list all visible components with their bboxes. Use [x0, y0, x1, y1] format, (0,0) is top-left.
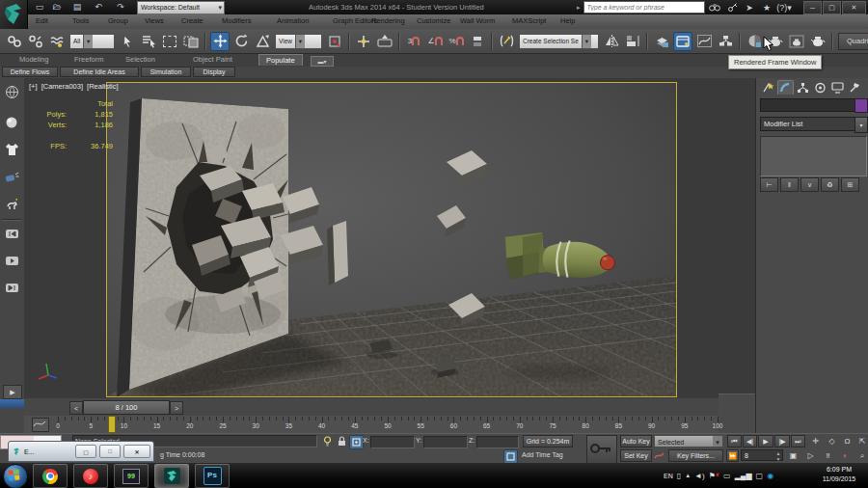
keyboard-icon[interactable]: ▯	[677, 472, 681, 480]
clip-play-icon[interactable]	[3, 252, 20, 269]
modifier-stack[interactable]	[760, 136, 867, 176]
close-button[interactable]: ✕	[842, 1, 866, 14]
absolute-mode-icon[interactable]	[349, 435, 364, 449]
object-color-swatch[interactable]	[854, 98, 868, 113]
align-icon[interactable]	[623, 32, 642, 51]
select-and-rotate-icon[interactable]	[231, 32, 251, 51]
timeline-ruler[interactable]: 0510152025303540455055606570758085909510…	[58, 416, 718, 433]
volume-icon[interactable]: ◄)	[694, 472, 705, 480]
scene-canvas[interactable]	[107, 83, 676, 396]
tab-create[interactable]	[760, 80, 776, 95]
viewport-shading-mode[interactable]: [Realistic]	[87, 82, 119, 91]
maximize-button[interactable]: ▢	[823, 1, 841, 14]
manage-layers-icon[interactable]	[652, 32, 671, 51]
select-and-move-icon[interactable]	[210, 32, 230, 51]
walk-through-icon[interactable]: ‼	[822, 449, 834, 462]
show-hidden-icons[interactable]: ▲	[685, 473, 691, 478]
save-file-icon[interactable]: ▤	[70, 2, 84, 13]
reference-coordinate-dropdown[interactable]: View▾	[275, 34, 322, 49]
ribbon-subtab-define-flows[interactable]: Define Flows	[2, 67, 58, 77]
3ds-max-app-button[interactable]	[0, 0, 28, 29]
menu-views[interactable]: Views	[145, 16, 164, 25]
tab-display[interactable]	[829, 80, 846, 95]
browser-circle-icon[interactable]: ◉	[767, 472, 773, 480]
menu-help[interactable]: Help	[560, 16, 575, 25]
open-file-icon[interactable]: 🗁	[50, 2, 64, 13]
workspace-dropdown[interactable]: Workspace: Default ▾	[137, 1, 225, 14]
camera-viewport[interactable]: [+] [Camera003] [Realistic] Total Polys:…	[24, 78, 755, 398]
language-indicator[interactable]: EN	[664, 473, 673, 479]
ribbon-tab-freeform[interactable]: Freeform	[74, 55, 103, 64]
auto-key-button[interactable]: Auto Key	[620, 435, 652, 447]
orbit-camera-icon[interactable]: Ω	[841, 435, 854, 447]
render-globe-icon[interactable]	[3, 83, 20, 100]
help-icon[interactable]: (?)▾	[777, 2, 792, 14]
clip-start-icon[interactable]	[3, 225, 20, 242]
new-file-icon[interactable]: ▭	[33, 2, 46, 13]
current-frame-marker[interactable]	[108, 416, 116, 433]
show-end-result-icon[interactable]: ‖	[780, 177, 799, 192]
schematic-view-icon[interactable]	[716, 32, 735, 51]
z-coordinate-field[interactable]	[476, 436, 519, 448]
menu-animation[interactable]: Animation	[277, 16, 309, 25]
selection-lock-icon[interactable]	[336, 435, 348, 447]
remove-modifier-icon[interactable]: ♻	[821, 177, 839, 192]
left-toolbar-play-button[interactable]: ▶	[3, 385, 22, 399]
minimize-button[interactable]: ─	[803, 1, 822, 14]
start-button[interactable]	[3, 464, 28, 488]
isolate-bulb-icon[interactable]	[321, 435, 334, 447]
make-unique-icon[interactable]: ∨	[800, 177, 819, 192]
taskbar-clock[interactable]: 6:09 PM 11/09/2015	[813, 465, 865, 484]
ribbon-subtab-simulation[interactable]: Simulation	[141, 67, 191, 77]
y-coordinate-field[interactable]	[423, 436, 468, 448]
snaps-toggle-icon[interactable]: 3	[404, 32, 423, 51]
configure-modifier-sets-icon[interactable]: ⊞	[841, 177, 859, 192]
set-key-button[interactable]: Set Key	[620, 449, 652, 462]
mini-curve-editor-icon[interactable]	[32, 418, 49, 432]
material-editor-icon[interactable]	[745, 32, 764, 51]
redo-icon[interactable]: ↷	[114, 2, 127, 13]
selected-arrow-icon[interactable]: ▷	[804, 449, 817, 462]
rendered-frame-window-icon[interactable]	[787, 32, 806, 51]
next-frame-button[interactable]: >	[170, 401, 183, 415]
tab-hierarchy[interactable]	[795, 80, 811, 95]
bind-to-space-warp-icon[interactable]	[47, 32, 67, 51]
x-coordinate-field[interactable]	[370, 436, 415, 448]
display-icon[interactable]: ▢	[756, 472, 764, 480]
time-tag-icon[interactable]	[503, 449, 518, 464]
clip-end-icon[interactable]	[3, 279, 20, 296]
cloth-shirt-icon[interactable]	[3, 141, 20, 158]
menu-rendering[interactable]: Rendering	[371, 16, 405, 25]
field-of-view-icon[interactable]: ◇	[826, 435, 838, 447]
taskbar-chrome[interactable]	[33, 464, 68, 488]
pin-stack-icon[interactable]: ⊢	[760, 177, 778, 192]
ribbon-subtab-define-idle-areas[interactable]: Define Idle Areas	[60, 67, 139, 77]
viewport-camera-name[interactable]: [Camera003]	[41, 82, 83, 91]
select-object-icon[interactable]	[118, 32, 137, 51]
ribbon-subtab-display[interactable]: Display	[193, 67, 235, 77]
spinner-arrows[interactable]: ▲▼	[774, 450, 782, 462]
menu-customize[interactable]: Customize	[417, 16, 450, 25]
exchange-arrow-icon[interactable]: ➤	[743, 2, 757, 14]
set-keys-button[interactable]	[586, 435, 617, 464]
select-and-manipulate-icon[interactable]	[354, 32, 373, 51]
power-icon[interactable]: ▭	[723, 472, 731, 480]
key-step-toggle[interactable]: ⏩	[726, 449, 739, 462]
add-time-tag-label[interactable]: Add Time Tag	[522, 451, 563, 458]
angle-snap-toggle-icon[interactable]: ∠	[425, 32, 445, 51]
spinner-snap-toggle-icon[interactable]	[468, 32, 487, 51]
menu-create[interactable]: Create	[181, 16, 203, 25]
select-and-scale-icon[interactable]	[253, 32, 272, 51]
search-expand-icon[interactable]: ▸	[577, 4, 581, 12]
go-to-end-button[interactable]: ⏭	[791, 435, 805, 447]
left-toolbar-scroll-strip[interactable]	[0, 399, 24, 408]
key-filters-button[interactable]: Key Filters...	[668, 449, 723, 462]
search-binoculars-icon[interactable]	[708, 2, 722, 14]
communication-key-icon[interactable]	[725, 2, 740, 14]
taskbar-itunes[interactable]: ♪	[73, 464, 108, 488]
ribbon-tab-modeling[interactable]: Modeling	[19, 55, 48, 64]
keyboard-shortcut-override-icon[interactable]	[375, 32, 394, 51]
taskbar-fps-app[interactable]: 99	[114, 464, 149, 488]
ribbon-tab-populate[interactable]: Populate	[258, 54, 303, 66]
network-signal-icon[interactable]: ▂▄▆	[735, 472, 752, 480]
